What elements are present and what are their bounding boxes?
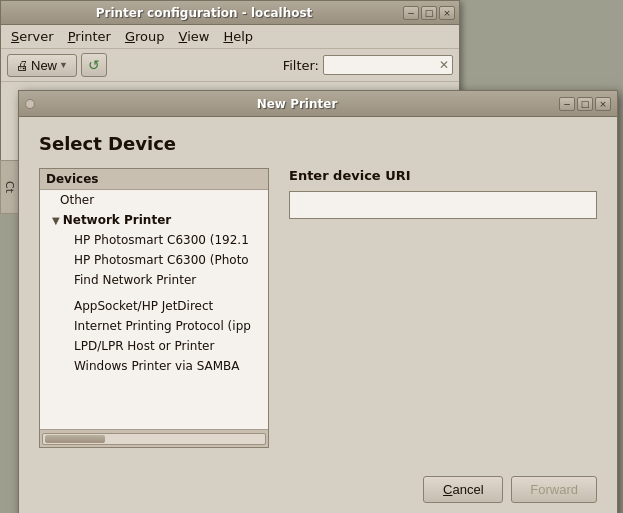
- uri-panel: Enter device URI: [289, 168, 597, 448]
- dialog-titlebar-icon: [25, 99, 35, 109]
- bg-titlebar-buttons: − □ ×: [403, 6, 455, 20]
- uri-label: Enter device URI: [289, 168, 597, 183]
- new-printer-dialog: New Printer − □ × Select Device Devices …: [18, 90, 618, 513]
- bg-titlebar: Printer configuration - localhost − □ ×: [1, 1, 459, 25]
- cancel-button[interactable]: Cancel: [423, 476, 503, 503]
- menu-help[interactable]: Help: [217, 27, 259, 46]
- device-item-lpd[interactable]: LPD/LPR Host or Printer: [40, 336, 268, 356]
- dialog-titlebar-buttons: − □ ×: [559, 97, 611, 111]
- tree-expand-icon: ▼: [52, 215, 60, 226]
- device-item-samba[interactable]: Windows Printer via SAMBA: [40, 356, 268, 376]
- refresh-button[interactable]: ↺: [81, 53, 107, 77]
- dialog-minimize-button[interactable]: −: [559, 97, 575, 111]
- new-button[interactable]: 🖨 New ▼: [7, 54, 77, 77]
- filter-wrap: ✕: [323, 55, 453, 75]
- device-hscrollbar[interactable]: [42, 433, 266, 445]
- dialog-footer: Cancel Forward: [19, 464, 617, 513]
- dialog-titlebar-left: [25, 99, 35, 109]
- device-item-ipp[interactable]: Internet Printing Protocol (ipp: [40, 316, 268, 336]
- dialog-titlebar: New Printer − □ ×: [19, 91, 617, 117]
- dialog-maximize-button[interactable]: □: [577, 97, 593, 111]
- bg-maximize-button[interactable]: □: [421, 6, 437, 20]
- device-item-network-printer[interactable]: ▼Network Printer: [40, 210, 268, 230]
- dialog-content: Select Device Devices Other ▼Network Pri…: [19, 117, 617, 464]
- dialog-body: Devices Other ▼Network Printer HP Photos…: [39, 168, 597, 448]
- filter-label: Filter:: [283, 58, 319, 73]
- cancel-label-rest: ancel: [452, 482, 483, 497]
- new-button-label: New: [31, 58, 57, 73]
- device-item-hp-c6300-photo[interactable]: HP Photosmart C6300 (Photo: [40, 250, 268, 270]
- menu-group[interactable]: Group: [119, 27, 171, 46]
- device-item-other[interactable]: Other: [40, 190, 268, 210]
- devices-header: Devices: [40, 169, 268, 190]
- bg-menubar: Server Printer Group View Help: [1, 25, 459, 49]
- device-item-appsocket[interactable]: AppSocket/HP JetDirect: [40, 296, 268, 316]
- bg-minimize-button[interactable]: −: [403, 6, 419, 20]
- device-panel: Devices Other ▼Network Printer HP Photos…: [39, 168, 269, 448]
- device-list: Other ▼Network Printer HP Photosmart C63…: [40, 190, 268, 376]
- menu-view[interactable]: View: [173, 27, 216, 46]
- uri-input[interactable]: [289, 191, 597, 219]
- dialog-title: New Printer: [35, 97, 559, 111]
- menu-printer[interactable]: Printer: [62, 27, 117, 46]
- side-label: Ct: [0, 160, 19, 214]
- dialog-heading: Select Device: [39, 133, 597, 154]
- forward-label: Forward: [530, 482, 578, 497]
- printer-icon: 🖨: [16, 58, 29, 73]
- device-item-hp-c6300-ip[interactable]: HP Photosmart C6300 (192.1: [40, 230, 268, 250]
- bg-toolbar: 🖨 New ▼ ↺ Filter: ✕: [1, 49, 459, 82]
- device-hscrollbar-area[interactable]: [40, 429, 268, 447]
- bg-close-button[interactable]: ×: [439, 6, 455, 20]
- filter-clear-icon[interactable]: ✕: [439, 58, 449, 72]
- bg-window-title: Printer configuration - localhost: [5, 6, 403, 20]
- menu-server[interactable]: Server: [5, 27, 60, 46]
- dropdown-arrow-icon: ▼: [59, 60, 68, 70]
- device-list-container: Devices Other ▼Network Printer HP Photos…: [39, 168, 269, 448]
- forward-button[interactable]: Forward: [511, 476, 597, 503]
- dialog-close-button[interactable]: ×: [595, 97, 611, 111]
- device-item-find-network-printer[interactable]: Find Network Printer: [40, 270, 268, 290]
- filter-input[interactable]: [323, 55, 453, 75]
- device-hscrollbar-thumb: [45, 435, 105, 443]
